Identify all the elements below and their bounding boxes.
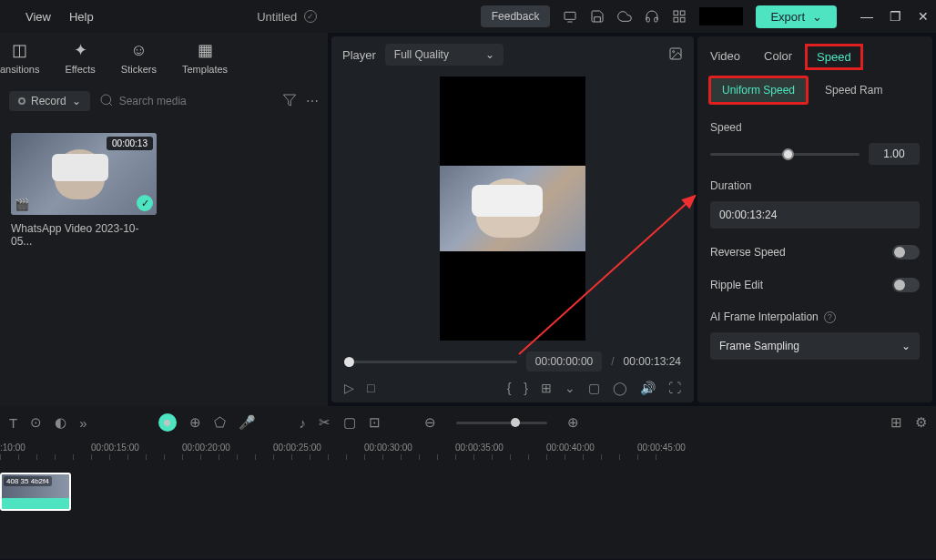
timeline-clip[interactable]: 408 35 4b2f4 [0,473,71,511]
svg-rect-3 [681,11,686,15]
templates-icon: ▦ [195,40,215,60]
zoom-slider[interactable] [456,422,547,424]
help-icon[interactable]: ? [824,311,836,323]
stickers-icon: ☺ [128,40,148,60]
transitions-icon: ◫ [10,40,30,60]
record-button[interactable]: Record⌄ [9,91,90,111]
maximize-button[interactable]: ❐ [890,9,901,24]
svg-point-10 [673,50,675,52]
display-icon[interactable] [563,9,577,24]
export-button[interactable]: Export⌄ [756,5,837,28]
quality-icon[interactable]: ⊞ [541,381,552,395]
bracket-left-icon[interactable]: { [507,381,512,395]
ripple-edit-label: Ripple Edit [710,279,763,291]
split-icon[interactable]: ✂ [319,414,331,431]
grid-view-icon[interactable]: ⊞ [890,414,902,431]
frame-sampling-select[interactable]: Frame Sampling ⌄ [710,332,920,360]
tab-templates[interactable]: ▦Templates [182,40,228,75]
cloud-icon[interactable] [617,9,632,24]
player-label: Player [342,48,376,62]
tab-transitions[interactable]: ◫ansitions [0,40,39,75]
save-status-icon: ✓ [304,10,317,23]
display-icon[interactable]: ▢ [588,381,600,395]
scrubber[interactable] [344,361,517,363]
timer-icon[interactable]: ⊙ [30,414,42,431]
avatar-icon[interactable]: ☻ [158,413,177,432]
effects-icon: ✦ [70,40,90,60]
more-icon[interactable]: » [79,415,86,431]
tab-speed[interactable]: Speed [805,44,863,70]
tab-stickers[interactable]: ☺Stickers [121,40,157,75]
more-icon[interactable]: ⋯ [306,94,319,108]
grid-icon[interactable] [672,9,687,24]
tab-video[interactable]: Video [710,49,740,65]
film-icon: 🎬 [15,198,29,211]
tab-effects[interactable]: ✦Effects [65,40,95,75]
reverse-speed-label: Reverse Speed [710,246,786,259]
media-name: WhatsApp Video 2023-10-05... [11,222,157,248]
logo-area [699,7,743,25]
fullscreen-icon[interactable]: ⛶ [668,381,681,395]
zoom-in-icon[interactable]: ⊕ [567,414,579,431]
snapshot-icon[interactable] [668,46,683,64]
chevron-down-icon: ⌄ [485,48,494,61]
music-icon[interactable]: ♪ [300,415,307,431]
zoom-out-icon[interactable]: ⊖ [424,414,436,431]
chevron-down-icon: ⌄ [901,340,911,352]
chevron-down-icon[interactable]: ⌄ [565,381,575,395]
minimize-button[interactable]: — [860,9,873,24]
bracket-right-icon[interactable]: } [524,381,528,395]
crop-icon[interactable]: ▢ [343,414,356,431]
mask-icon[interactable]: ⊕ [189,414,201,431]
search-icon [99,93,114,110]
volume-icon[interactable]: 🔊 [640,381,656,395]
filter-icon[interactable] [282,93,297,110]
headphones-icon[interactable] [645,9,659,24]
subtab-uniform-speed[interactable]: Uniform Speed [708,76,809,105]
reverse-speed-toggle[interactable] [892,245,920,260]
ai-interpolation-label: AI Frame Interpolation [710,311,819,323]
svg-rect-5 [674,17,678,22]
current-time: 00:00:00:00 [526,351,602,372]
chevron-down-icon: ⌄ [72,95,81,107]
document-title: Untitled [257,10,297,24]
menu-view[interactable]: View [25,10,51,24]
time-separator: / [611,355,614,368]
svg-rect-0 [565,12,575,19]
timeline-ruler[interactable]: :10:00 00:00:15:00 00:00:20:00 00:00:25:… [0,439,936,454]
media-item[interactable]: 00:00:13 🎬 ✓ WhatsApp Video 2023-10-05..… [11,133,157,248]
player-panel: Player Full Quality⌄ 00:00:00:00 / 00:00… [331,36,694,402]
media-panel: ◫ansitions ✦Effects ☺Stickers ▦Templates… [0,33,328,406]
svg-marker-8 [283,95,295,106]
duration-badge: 00:00:13 [107,137,153,150]
feedback-button[interactable]: Feedback [481,5,551,27]
camera-icon[interactable]: ◯ [613,381,627,395]
subtab-speed-ramp[interactable]: Speed Ram [825,84,882,97]
shield-icon[interactable]: ⬠ [214,414,226,431]
tab-color[interactable]: Color [764,49,792,65]
stop-button[interactable]: □ [367,381,374,395]
play-button[interactable]: ▷ [344,381,354,395]
svg-rect-2 [674,11,678,15]
ripple-edit-toggle[interactable] [892,278,920,292]
frame-icon[interactable]: ⊡ [369,414,381,431]
palette-icon[interactable]: ◐ [55,414,66,431]
save-icon[interactable] [590,9,605,24]
duration-input[interactable] [710,201,920,229]
close-button[interactable]: ✕ [918,9,929,24]
record-icon [18,97,25,105]
mic-icon[interactable]: 🎤 [239,414,256,431]
speed-value[interactable]: 1.00 [869,143,920,165]
speed-label: Speed [710,121,920,134]
clip-label: 408 35 4b2f4 [4,476,52,486]
speed-slider[interactable] [710,153,860,156]
menu-help[interactable]: Help [69,10,94,24]
timeline-panel: T ⊙ ◐ » ☻ ⊕ ⬠ 🎤 ♪ ✂ ▢ ⊡ ⊖ ⊕ ⊞ ⚙ :10:00 0… [0,406,936,559]
settings-icon[interactable]: ⚙ [915,414,927,431]
chevron-down-icon: ⌄ [812,10,822,24]
quality-select[interactable]: Full Quality⌄ [385,44,504,66]
duration-label: Duration [710,179,920,192]
text-icon[interactable]: T [9,415,17,431]
search-input[interactable] [119,95,273,107]
check-icon: ✓ [137,195,153,211]
